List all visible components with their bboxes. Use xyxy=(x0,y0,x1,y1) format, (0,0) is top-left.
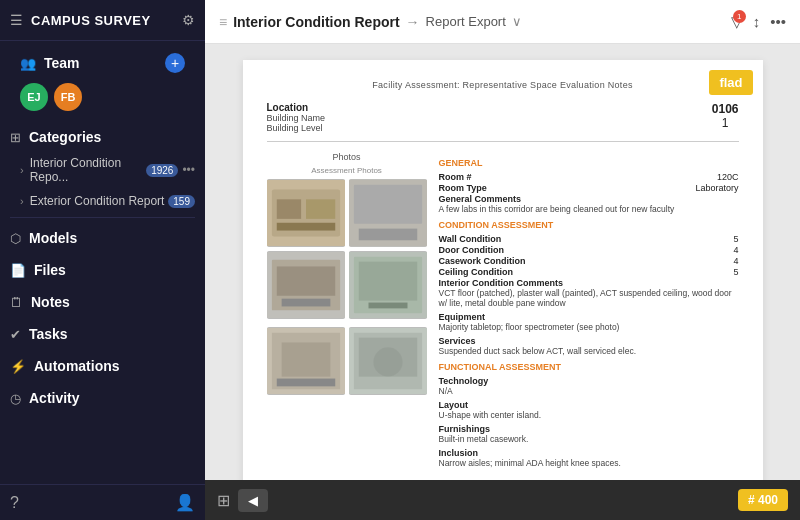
topbar-hamburger-icon[interactable]: ≡ xyxy=(219,14,227,30)
sidebar-footer: ? 👤 xyxy=(0,484,205,520)
location-labels: Location Building Name Building Level xyxy=(267,102,326,133)
sidebar-item-automations[interactable]: ⚡ Automations xyxy=(0,350,205,382)
topbar-dropdown-icon[interactable]: ∨ xyxy=(512,14,522,29)
models-label: Models xyxy=(29,230,77,246)
wall-row: Wall Condition 5 xyxy=(439,234,739,244)
svg-rect-20 xyxy=(276,379,335,387)
grid-view-icon[interactable]: ⊞ xyxy=(217,491,230,510)
sidebar-item-interior[interactable]: › Interior Condition Repo... 1926 ••• xyxy=(0,151,205,189)
more-options-icon[interactable]: ••• xyxy=(770,13,786,30)
layout-value: U-shape with center island. xyxy=(439,410,739,420)
location-values: 0106 1 xyxy=(712,102,739,130)
equipment-label: Equipment xyxy=(439,312,739,322)
team-section: 👥 Team + EJ FB xyxy=(0,41,205,123)
wall-value: 5 xyxy=(733,234,738,244)
sidebar-item-files[interactable]: 📄 Files xyxy=(0,254,205,286)
interior-comments-label: Interior Condition Comments xyxy=(439,278,739,288)
exterior-count-badge: 159 xyxy=(168,195,195,208)
building-name-value: 0106 xyxy=(712,102,739,116)
location-section: Location Building Name Building Level 01… xyxy=(267,102,739,142)
back-button[interactable]: ◀ xyxy=(238,489,268,512)
back-arrow-icon: ◀ xyxy=(248,493,258,508)
inclusion-value: Narrow aisles; minimal ADA height knee s… xyxy=(439,458,739,468)
room-value: 120C xyxy=(717,172,739,182)
chevron-right-icon-2: › xyxy=(20,195,24,207)
facility-title: Facility Assessment: Representative Spac… xyxy=(267,80,739,90)
svg-rect-12 xyxy=(281,299,330,307)
svg-rect-4 xyxy=(276,223,335,231)
activity-icon: ◷ xyxy=(10,391,21,406)
services-text: Suspended duct sack below ACT, wall serv… xyxy=(439,346,739,356)
photos-section-label: Photos xyxy=(267,152,427,162)
photos-section: Photos Assessment Photos xyxy=(267,152,427,472)
building-level-value: 1 xyxy=(712,116,739,130)
topbar-left: ≡ Interior Condition Report → Report Exp… xyxy=(219,14,522,30)
record-badge: # 400 xyxy=(738,489,788,511)
filter-icon[interactable]: ▽ 1 xyxy=(731,13,743,31)
sidebar: ☰ CAMPUS SURVEY ⚙ 👥 Team + EJ FB ⊞ Categ… xyxy=(0,0,205,520)
wall-label: Wall Condition xyxy=(439,234,502,244)
tasks-icon: ✔ xyxy=(10,327,21,342)
furnishings-label: Furnishings xyxy=(439,424,739,434)
hamburger-icon[interactable]: ☰ xyxy=(10,12,23,28)
add-team-button[interactable]: + xyxy=(165,53,185,73)
sort-icon[interactable]: ↕ xyxy=(753,13,761,30)
svg-rect-19 xyxy=(281,342,330,376)
main-content: ≡ Interior Condition Report → Report Exp… xyxy=(205,0,800,520)
report-page: flad Facility Assessment: Representative… xyxy=(243,60,763,480)
activity-label: Activity xyxy=(29,390,80,406)
room-type-label: Room Type xyxy=(439,183,487,193)
topbar-title: Interior Condition Report xyxy=(233,14,399,30)
condition-section-title: CONDITION ASSESSMENT xyxy=(439,220,739,230)
exterior-category-label: Exterior Condition Report xyxy=(30,194,165,208)
door-label: Door Condition xyxy=(439,245,504,255)
team-label: Team xyxy=(44,55,80,71)
divider-1 xyxy=(10,217,195,218)
bottom-bar-left: ⊞ ◀ xyxy=(217,489,268,512)
services-label: Services xyxy=(439,336,739,346)
team-icon: 👥 xyxy=(20,56,36,71)
bottom-bar: ⊞ ◀ # 400 xyxy=(205,480,800,520)
interior-category-label: Interior Condition Repo... xyxy=(30,156,146,184)
automations-icon: ⚡ xyxy=(10,359,26,374)
topbar-sub-title[interactable]: Report Export xyxy=(426,14,506,29)
interior-more-icon[interactable]: ••• xyxy=(182,163,195,177)
sidebar-header-left: ☰ CAMPUS SURVEY xyxy=(10,12,151,28)
svg-rect-11 xyxy=(276,266,335,295)
svg-rect-7 xyxy=(353,185,421,224)
sidebar-item-models[interactable]: ⬡ Models xyxy=(0,222,205,254)
photos-grid xyxy=(267,179,427,395)
notes-label: Notes xyxy=(31,294,70,310)
sidebar-item-tasks[interactable]: ✔ Tasks xyxy=(0,318,205,350)
avatar-ej[interactable]: EJ xyxy=(20,83,48,111)
user-icon[interactable]: 👤 xyxy=(175,493,195,512)
interior-count-badge: 1926 xyxy=(146,164,178,177)
sidebar-item-activity[interactable]: ◷ Activity xyxy=(0,382,205,414)
chevron-right-icon: › xyxy=(20,164,24,176)
sidebar-item-notes[interactable]: 🗒 Notes xyxy=(0,286,205,318)
general-comments-text: A few labs in this corridor are being cl… xyxy=(439,204,739,214)
photo-1 xyxy=(267,179,345,247)
functional-section-title: FUNCTIONAL ASSESSMENT xyxy=(439,362,739,372)
door-value: 4 xyxy=(733,245,738,255)
general-comments-label: General Comments xyxy=(439,194,739,204)
building-level-label: Building Level xyxy=(267,123,326,133)
automations-label: Automations xyxy=(34,358,120,374)
sidebar-item-exterior[interactable]: › Exterior Condition Report 159 xyxy=(0,189,205,213)
photo-3 xyxy=(267,251,345,319)
assessment-photos-label: Assessment Photos xyxy=(267,166,427,175)
help-icon[interactable]: ? xyxy=(10,494,19,512)
general-section-title: GENERAL xyxy=(439,158,739,168)
avatar-fb[interactable]: FB xyxy=(54,83,82,111)
casework-label: Casework Condition xyxy=(439,256,526,266)
technology-value: N/A xyxy=(439,386,739,396)
ceiling-value: 5 xyxy=(733,267,738,277)
svg-rect-3 xyxy=(306,199,335,219)
svg-rect-16 xyxy=(368,303,407,309)
ceiling-label: Ceiling Condition xyxy=(439,267,514,277)
casework-row: Casework Condition 4 xyxy=(439,256,739,266)
technology-label: Technology xyxy=(439,376,739,386)
report-area: flad Facility Assessment: Representative… xyxy=(205,44,800,480)
equipment-text: Majority tabletop; floor spectrometer (s… xyxy=(439,322,739,332)
gear-icon[interactable]: ⚙ xyxy=(182,12,195,28)
